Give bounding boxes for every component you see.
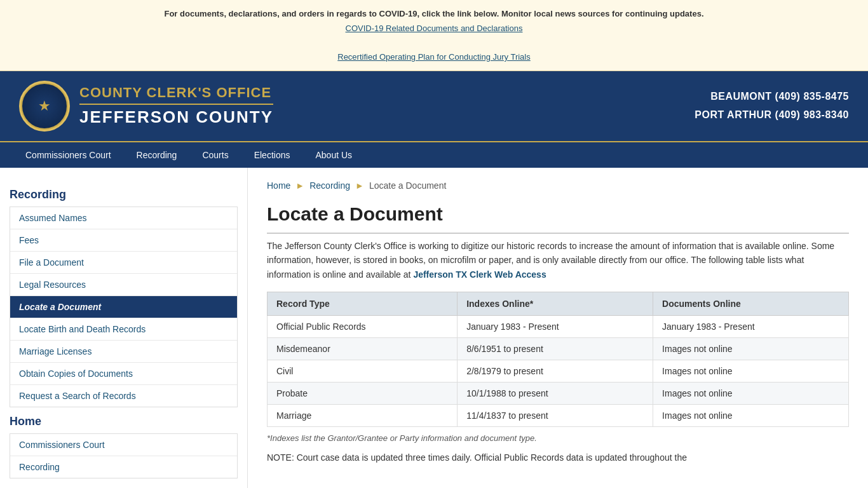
sidebar-item-home-commissioners[interactable]: Commissioners Court <box>10 434 237 456</box>
sidebar-link-assumed-names[interactable]: Assumed Names <box>10 207 237 229</box>
nav-link-about[interactable]: About Us <box>302 142 365 168</box>
contact-port-arthur: PORT ARTHUR (409) 983-8340 <box>695 106 849 125</box>
table-cell: Misdemeanor <box>268 337 458 360</box>
covid-link[interactable]: COVID-19 Related Documents and Declarati… <box>346 24 523 33</box>
sidebar-section-recording: Recording <box>10 188 238 201</box>
table-cell: January 1983 - Present <box>653 315 849 337</box>
alert-banner: For documents, declarations, and orders … <box>0 0 868 71</box>
sidebar-item-assumed-names[interactable]: Assumed Names <box>10 207 237 229</box>
nav-item-recording[interactable]: Recording <box>124 142 190 168</box>
main-content: Home ► Recording ► Locate a Document Loc… <box>248 168 868 488</box>
sidebar-item-fees[interactable]: Fees <box>10 229 237 252</box>
table-row: Official Public RecordsJanuary 1983 - Pr… <box>268 315 849 337</box>
breadcrumb-sep-2: ► <box>355 180 364 191</box>
table-footnote: *Indexes list the Grantor/Grantee or Par… <box>267 433 849 443</box>
breadcrumb-current: Locate a Document <box>369 180 446 191</box>
table-cell: Marriage <box>268 404 458 426</box>
table-row: Misdemeanor8/6/1951 to presentImages not… <box>268 337 849 360</box>
sidebar-item-obtain-copies[interactable]: Obtain Copies of Documents <box>10 363 237 385</box>
jury-link[interactable]: Recertified Operating Plan for Conductin… <box>337 52 530 62</box>
nav-link-elections[interactable]: Elections <box>241 142 303 168</box>
table-cell: Probate <box>268 382 458 404</box>
alert-bold-text: For documents, declarations, and orders … <box>164 9 703 18</box>
table-cell: 8/6/1951 to present <box>458 337 653 360</box>
nav-link-recording[interactable]: Recording <box>124 142 190 168</box>
nav-item-commissioners[interactable]: Commissioners Court <box>13 142 124 168</box>
table-row: Marriage11/4/1837 to presentImages not o… <box>268 404 849 426</box>
nav-link-commissioners[interactable]: Commissioners Court <box>13 142 124 168</box>
header-left: ★ COUNTY CLERK'S OFFICE JEFFERSON COUNTY <box>19 81 273 132</box>
page-title: Locate a Document <box>267 203 849 234</box>
table-row: Civil2/8/1979 to presentImages not onlin… <box>268 360 849 382</box>
sidebar-link-birth-death[interactable]: Locate Birth and Death Records <box>10 318 237 341</box>
sidebar-item-marriage-licenses[interactable]: Marriage Licenses <box>10 341 237 363</box>
note-text: NOTE: Court case data is updated three t… <box>267 451 849 464</box>
nav-item-courts[interactable]: Courts <box>189 142 241 168</box>
table-header-documents-online: Documents Online <box>653 292 849 315</box>
table-header-indexes-online: Indexes Online* <box>458 292 653 315</box>
content-wrapper: Recording Assumed Names Fees File a Docu… <box>0 168 868 488</box>
table-header-record-type: Record Type <box>268 292 458 315</box>
table-cell: 10/1/1988 to present <box>458 382 653 404</box>
table-cell: Images not online <box>653 360 849 382</box>
breadcrumb-home[interactable]: Home <box>267 180 290 191</box>
body-text: The Jefferson County Clerk's Office is w… <box>267 239 849 281</box>
sidebar-link-fees[interactable]: Fees <box>10 229 237 252</box>
sidebar-item-locate-document[interactable]: Locate a Document <box>10 296 237 318</box>
sidebar-link-file-document[interactable]: File a Document <box>10 252 237 274</box>
table-cell: Civil <box>268 360 458 382</box>
sidebar-link-home-commissioners[interactable]: Commissioners Court <box>10 434 237 456</box>
main-nav: Commissioners Court Recording Courts Ele… <box>0 141 868 168</box>
nav-item-elections[interactable]: Elections <box>241 142 303 168</box>
office-line: COUNTY CLERK'S OFFICE <box>79 85 273 105</box>
breadcrumb: Home ► Recording ► Locate a Document <box>267 180 849 191</box>
sidebar-link-locate-document[interactable]: Locate a Document <box>10 296 237 318</box>
table-cell: Images not online <box>653 382 849 404</box>
sidebar-item-request-search[interactable]: Request a Search of Records <box>10 385 237 407</box>
county-seal: ★ <box>19 81 70 132</box>
sidebar-link-legal-resources[interactable]: Legal Resources <box>10 274 237 296</box>
table-cell: Images not online <box>653 337 849 360</box>
header-contact: BEAUMONT (409) 835-8475 PORT ARTHUR (409… <box>695 88 849 125</box>
contact-beaumont: BEAUMONT (409) 835-8475 <box>695 88 849 106</box>
sidebar: Recording Assumed Names Fees File a Docu… <box>0 168 248 488</box>
table-row: Probate10/1/1988 to presentImages not on… <box>268 382 849 404</box>
seal-star-icon: ★ <box>38 98 51 114</box>
sidebar-item-legal-resources[interactable]: Legal Resources <box>10 274 237 296</box>
table-cell: Images not online <box>653 404 849 426</box>
breadcrumb-sep-1: ► <box>295 180 304 191</box>
sidebar-menu-recording: Assumed Names Fees File a Document Legal… <box>10 207 238 407</box>
table-cell: 2/8/1979 to present <box>458 360 653 382</box>
clerk-web-access-link[interactable]: Jefferson TX Clerk Web Access <box>413 269 546 280</box>
table-cell: 11/4/1837 to present <box>458 404 653 426</box>
nav-link-courts[interactable]: Courts <box>189 142 241 168</box>
county-line: JEFFERSON COUNTY <box>79 107 273 127</box>
table-cell: January 1983 - Present <box>458 315 653 337</box>
sidebar-link-request-search[interactable]: Request a Search of Records <box>10 385 237 407</box>
header-title: COUNTY CLERK'S OFFICE JEFFERSON COUNTY <box>79 85 273 127</box>
nav-item-about[interactable]: About Us <box>302 142 365 168</box>
breadcrumb-section[interactable]: Recording <box>309 180 350 191</box>
sidebar-link-home-recording[interactable]: Recording <box>10 456 237 478</box>
records-table: Record Type Indexes Online* Documents On… <box>267 292 849 427</box>
body-text-content: The Jefferson County Clerk's Office is w… <box>267 241 834 280</box>
site-header: ★ COUNTY CLERK'S OFFICE JEFFERSON COUNTY… <box>0 71 868 141</box>
sidebar-item-home-recording[interactable]: Recording <box>10 456 237 478</box>
sidebar-section-home: Home <box>10 415 238 428</box>
sidebar-menu-home: Commissioners Court Recording <box>10 433 238 478</box>
sidebar-link-marriage-licenses[interactable]: Marriage Licenses <box>10 341 237 363</box>
sidebar-link-obtain-copies[interactable]: Obtain Copies of Documents <box>10 363 237 385</box>
sidebar-item-birth-death[interactable]: Locate Birth and Death Records <box>10 318 237 341</box>
table-cell: Official Public Records <box>268 315 458 337</box>
sidebar-item-file-document[interactable]: File a Document <box>10 252 237 274</box>
